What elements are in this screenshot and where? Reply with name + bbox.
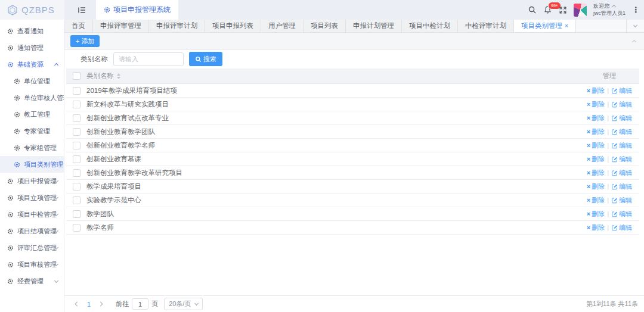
sidebar-item-project-approval-mgmt[interactable]: 项目立项管理 xyxy=(0,189,64,206)
tab-apply-review-plan[interactable]: 申报评审计划 xyxy=(149,20,205,32)
delete-link[interactable]: ×删除 xyxy=(587,210,605,219)
delete-link[interactable]: ×删除 xyxy=(587,141,605,150)
category-name-input[interactable] xyxy=(113,52,184,66)
sidebar-item-view-notice[interactable]: 查看通知 xyxy=(0,23,64,39)
notification-bell-icon[interactable]: 99+ xyxy=(543,5,552,14)
sidebar-item-staff-mgmt[interactable]: 教工管理 xyxy=(0,106,64,123)
edit-link[interactable]: 编辑 xyxy=(611,223,632,232)
row-checkbox[interactable] xyxy=(73,183,80,191)
tab-project-list[interactable]: 项目列表 xyxy=(304,20,346,32)
tab-label: 中检评审计划 xyxy=(465,21,506,30)
row-checkbox[interactable] xyxy=(73,101,80,108)
top-nav-system-tab[interactable]: 项目申报管理系统 xyxy=(96,0,178,20)
row-checkbox[interactable] xyxy=(73,114,80,122)
tab-close-icon[interactable]: × xyxy=(565,23,568,29)
gear-icon xyxy=(7,245,14,251)
sidebar-item-unit-mgmt[interactable]: 单位管理 xyxy=(0,73,64,89)
column-header-name: 类别名称 xyxy=(86,71,114,80)
edit-link[interactable]: 编辑 xyxy=(611,114,632,123)
tab-project-apply-list[interactable]: 项目申报列表 xyxy=(205,20,261,32)
prev-page-icon[interactable] xyxy=(70,301,82,307)
edit-link[interactable]: 编辑 xyxy=(611,127,632,136)
sidebar-item-project-closing-mgmt[interactable]: 项目结项管理 xyxy=(0,223,64,239)
select-all-checkbox[interactable] xyxy=(73,72,80,80)
sidebar-item-unit-auditor-mgmt[interactable]: 单位审核人管理 xyxy=(0,89,64,106)
tab-project-midcheck-plan[interactable]: 项目中检计划 xyxy=(402,20,458,32)
sidebar-item-notice-mgmt[interactable]: 通知管理 xyxy=(0,39,64,56)
sidebar-item-base-resource[interactable]: 基础资源 xyxy=(0,56,64,73)
tab-apply-review-mgmt[interactable]: 申报评审管理 xyxy=(93,20,149,32)
delete-link[interactable]: ×删除 xyxy=(587,127,605,136)
edit-link[interactable]: 编辑 xyxy=(611,155,632,164)
tab-home[interactable]: 首页 xyxy=(64,20,93,32)
row-checkbox[interactable] xyxy=(73,210,80,218)
search-icon[interactable] xyxy=(528,5,537,14)
page-size-select[interactable]: 20条/页 xyxy=(164,298,203,310)
row-actions: ×删除|编辑 xyxy=(580,223,639,232)
delete-link[interactable]: ×删除 xyxy=(587,196,605,205)
row-actions: ×删除|编辑 xyxy=(580,169,639,177)
edit-link[interactable]: 编辑 xyxy=(611,169,632,177)
row-checkbox[interactable] xyxy=(73,196,80,204)
tab-apply-plan-mgmt[interactable]: 申报计划管理 xyxy=(346,20,402,32)
current-page[interactable]: 1 xyxy=(82,301,95,308)
edit-pencil-icon xyxy=(611,142,618,149)
row-checkbox[interactable] xyxy=(73,142,80,149)
row-actions: ×删除|编辑 xyxy=(580,155,639,164)
sidebar-item-project-apply-mgmt[interactable]: 项目申报管理 xyxy=(0,173,64,189)
goto-page-input[interactable] xyxy=(132,298,148,310)
sort-icon[interactable] xyxy=(117,73,120,79)
tab-overflow-dropdown[interactable] xyxy=(626,20,644,32)
row-checkbox[interactable] xyxy=(73,169,80,177)
delete-link[interactable]: ×删除 xyxy=(587,182,605,191)
overflow-menu-icon[interactable]: ⋮ xyxy=(632,5,640,14)
edit-pencil-icon xyxy=(611,115,618,121)
delete-link[interactable]: ×删除 xyxy=(587,223,605,232)
edit-link[interactable]: 编辑 xyxy=(611,182,632,191)
delete-link[interactable]: ×删除 xyxy=(587,114,605,123)
edit-link[interactable]: 编辑 xyxy=(611,141,632,150)
row-actions: ×删除|编辑 xyxy=(580,127,639,136)
row-checkbox[interactable] xyxy=(73,224,80,232)
sidebar-item-funds-mgmt[interactable]: 经费管理 xyxy=(0,273,64,289)
tab-midcheck-review-plan[interactable]: 中检评审计划 xyxy=(458,20,514,32)
row-checkbox[interactable] xyxy=(73,155,80,163)
fullscreen-icon[interactable] xyxy=(559,6,567,14)
tabbar-spacer xyxy=(576,20,626,32)
edit-link[interactable]: 编辑 xyxy=(611,210,632,219)
tab-label: 首页 xyxy=(72,21,85,30)
sidebar-item-project-audit-mgmt[interactable]: 项目审核管理 xyxy=(0,256,64,273)
edit-label: 编辑 xyxy=(619,223,632,232)
action-separator: | xyxy=(607,114,609,121)
sidebar-toggle-icon[interactable] xyxy=(78,6,86,14)
tab-user-mgmt[interactable]: 用户管理 xyxy=(261,20,304,32)
logo-hexagon-icon xyxy=(7,4,18,16)
row-checkbox-cell xyxy=(66,114,86,122)
edit-link[interactable]: 编辑 xyxy=(611,100,632,109)
tab-project-category-mgmt[interactable]: 项目类别管理× xyxy=(514,20,576,32)
table-body: 2019年教学成果培育项目结项×删除|编辑新文科改革与研究实践项目×删除|编辑创… xyxy=(66,84,639,235)
delete-label: 删除 xyxy=(592,100,605,109)
row-checkbox[interactable] xyxy=(73,87,80,95)
sidebar-item-expert-mgmt[interactable]: 专家管理 xyxy=(0,123,64,139)
delete-link[interactable]: ×删除 xyxy=(587,169,605,177)
sidebar-item-review-summary-mgmt[interactable]: 评审汇总管理 xyxy=(0,239,64,256)
delete-link[interactable]: ×删除 xyxy=(587,155,605,164)
delete-link[interactable]: ×删除 xyxy=(587,86,605,95)
edit-link[interactable]: 编辑 xyxy=(611,196,632,205)
add-button[interactable]: +添加 xyxy=(70,35,100,47)
delete-link[interactable]: ×删除 xyxy=(587,100,605,109)
sidebar-item-project-midcheck-mgmt[interactable]: 项目中检管理 xyxy=(0,206,64,223)
user-menu[interactable]: 欢迎您 jwc管理人员1 xyxy=(593,3,626,17)
sidebar-item-project-category-mgmt[interactable]: 项目类别管理 xyxy=(0,156,64,173)
search-button[interactable]: 搜索 xyxy=(189,52,222,66)
row-checkbox[interactable] xyxy=(73,128,80,136)
table-row: 教学名师×删除|编辑 xyxy=(66,221,639,235)
user-avatar[interactable] xyxy=(574,4,587,17)
edit-label: 编辑 xyxy=(619,169,632,177)
next-page-icon[interactable] xyxy=(95,301,107,307)
action-separator: | xyxy=(607,142,609,149)
panel-collapse-icon[interactable] xyxy=(633,39,638,43)
sidebar-item-expert-group-mgmt[interactable]: 专家组管理 xyxy=(0,139,64,156)
edit-link[interactable]: 编辑 xyxy=(611,86,632,95)
